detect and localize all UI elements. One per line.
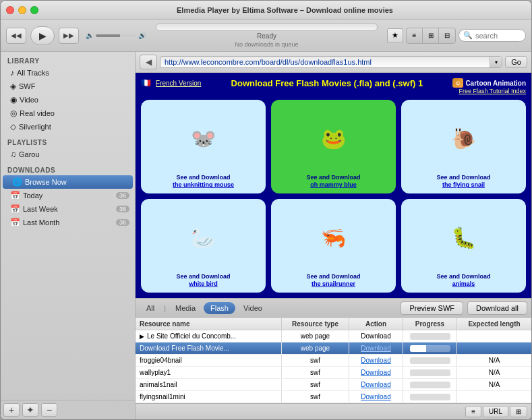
rewind-icon: ◀◀ <box>11 32 22 39</box>
row-progress <box>403 355 457 366</box>
download-all-button[interactable]: Download all <box>467 301 527 315</box>
close-button[interactable] <box>6 6 14 14</box>
row-progress <box>403 367 457 378</box>
cartoon-box: C Cartoon Animation Free Flash Tutorial … <box>452 78 526 94</box>
table-row: ▶ Le Site Officiel du Concomb... web pag… <box>136 330 531 342</box>
row-length <box>457 342 531 354</box>
sidebar-item-silverlight[interactable]: ◇ Silverlight <box>1 120 135 133</box>
list-view-toggle[interactable]: ≡ <box>465 406 481 417</box>
sidebar-item-label: SWF <box>19 82 35 90</box>
sidebar-item-last-week[interactable]: 📅 Last Week 36 <box>1 202 135 216</box>
forward-icon: ▶▶ <box>63 32 74 39</box>
app-window: Elmedia Player by Eltima Software – Down… <box>0 0 532 420</box>
toolbar: ◀◀ ▶ ▶▶ 🔈 🔊 Ready No downloads in queue … <box>1 20 531 52</box>
play-button[interactable]: ▶ <box>30 26 55 45</box>
traffic-lights <box>6 6 38 14</box>
card-label: See and Download oh mammy blue <box>306 174 360 189</box>
minus-icon: − <box>47 404 52 415</box>
downloads-table: Resource name Resource type Action Progr… <box>136 318 531 403</box>
music-icon: ♪ <box>10 68 14 78</box>
cartoon-icon: C <box>452 78 463 88</box>
detail-view-button[interactable]: ⊟ <box>439 28 455 43</box>
sidebar-item-video[interactable]: ◉ Video <box>1 93 135 107</box>
row-name: Download Free Flash Movie... <box>136 342 282 354</box>
card-unknitting-mouse[interactable]: 🐭 See and Download the unknitting mouse <box>141 100 266 193</box>
card-label: See and Download white bird <box>176 273 230 289</box>
minimize-button[interactable] <box>18 6 26 14</box>
row-action: Download <box>349 342 403 354</box>
gear-icon: ✦ <box>26 404 34 415</box>
forward-button[interactable]: ▶▶ <box>59 28 79 44</box>
sidebar-item-last-month[interactable]: 📅 Last Month 36 <box>1 216 135 229</box>
downloads-toolbar: ≡ URL ⊞ <box>136 403 531 419</box>
sidebar-item-today[interactable]: 📅 Today 36 <box>1 189 135 202</box>
last-month-badge: 36 <box>116 219 129 226</box>
web-content: 🇫🇷 French Version Download Free Flash Mo… <box>136 73 531 298</box>
today-badge: 36 <box>116 192 129 199</box>
card-flying-snail[interactable]: 🐌 See and Download the flying snail <box>401 100 526 193</box>
back-button[interactable]: ◀ <box>140 55 157 69</box>
card-image: 🐭 <box>191 104 216 174</box>
row-action: Download <box>349 330 403 342</box>
tab-video[interactable]: Video <box>237 302 269 314</box>
tab-flash[interactable]: Flash <box>204 302 235 314</box>
add-item-button[interactable]: + <box>3 403 20 417</box>
col-progress: Progress <box>403 318 457 330</box>
maximize-button[interactable] <box>30 6 38 14</box>
volume-low-icon: 🔈 <box>86 32 94 39</box>
bookmark-button[interactable]: ★ <box>387 28 403 43</box>
volume-control: 🔈 🔊 <box>86 32 146 39</box>
preview-swf-button[interactable]: Preview SWF <box>401 301 463 315</box>
sidebar-item-label: Real video <box>20 109 55 117</box>
sidebar-item-garou[interactable]: ♫ Garou <box>1 148 135 161</box>
remove-item-button[interactable]: − <box>41 403 57 417</box>
tutorial-link[interactable]: Free Flash Tutorial Index <box>452 88 526 94</box>
sidebar-item-label: Last Month <box>23 218 59 227</box>
grid-view-toggle[interactable]: ⊞ <box>510 406 527 417</box>
table-row: animals1nail swf Download N/A <box>136 379 531 391</box>
table-row: flyingsnail1mini swf Download <box>136 391 531 403</box>
row-action: Download <box>349 367 403 378</box>
row-name: flyingsnail1mini <box>136 391 282 402</box>
url-input[interactable] <box>160 57 490 67</box>
row-name: animals1nail <box>136 379 282 390</box>
sidebar: LIBRARY ♪ All Tracks ◈ SWF ◉ Video ◎ Rea… <box>1 52 136 419</box>
rewind-button[interactable]: ◀◀ <box>6 28 26 44</box>
tab-all[interactable]: All <box>140 302 161 314</box>
row-type: swf <box>282 355 349 366</box>
search-input[interactable] <box>475 32 523 40</box>
card-snailrunner[interactable]: 🦐 See and Download the snailrunner <box>271 199 396 293</box>
sidebar-bottom-toolbar: + ✦ − <box>1 400 135 419</box>
row-name: ▶ Le Site Officiel du Concomb... <box>136 330 282 342</box>
card-image: 🐸 <box>321 104 346 174</box>
settings-button[interactable]: ✦ <box>22 403 38 417</box>
grid-view-button[interactable]: ⊞ <box>423 28 439 43</box>
volume-slider[interactable] <box>96 34 136 37</box>
url-view-toggle[interactable]: URL <box>483 406 508 417</box>
sidebar-item-swf[interactable]: ◈ SWF <box>1 80 135 93</box>
play-icon: ▶ <box>39 30 47 41</box>
card-animals[interactable]: 🐛 See and Download animals <box>401 199 526 293</box>
col-resource-type: Resource type <box>282 318 349 330</box>
tab-media[interactable]: Media <box>169 302 202 314</box>
sidebar-item-real-video[interactable]: ◎ Real video <box>1 107 135 120</box>
row-type: swf <box>282 379 349 390</box>
search-box: 🔍 <box>459 29 526 42</box>
sidebar-item-label: Last Week <box>23 205 58 213</box>
list-view-button[interactable]: ≡ <box>407 28 423 43</box>
card-white-bird[interactable]: 🦢 See and Download white bird <box>141 199 266 293</box>
sidebar-item-all-tracks[interactable]: ♪ All Tracks <box>1 66 135 80</box>
french-version-link[interactable]: French Version <box>156 80 201 87</box>
url-dropdown[interactable]: ▾ <box>490 57 502 67</box>
playlists-header: PLAYLISTS <box>1 133 135 148</box>
card-oh-mammy-blue[interactable]: 🐸 See and Download oh mammy blue <box>271 100 396 193</box>
col-resource-name: Resource name <box>136 318 282 330</box>
progress-bar <box>156 23 378 31</box>
row-progress <box>403 391 457 402</box>
card-label: See and Download the flying snail <box>436 174 490 189</box>
row-progress <box>403 379 457 390</box>
sidebar-item-browse-now[interactable]: 🌐 Browse Now <box>3 175 133 189</box>
go-button[interactable]: Go <box>505 56 527 68</box>
row-length: N/A <box>457 379 531 390</box>
titlebar: Elmedia Player by Eltima Software – Down… <box>1 1 531 20</box>
